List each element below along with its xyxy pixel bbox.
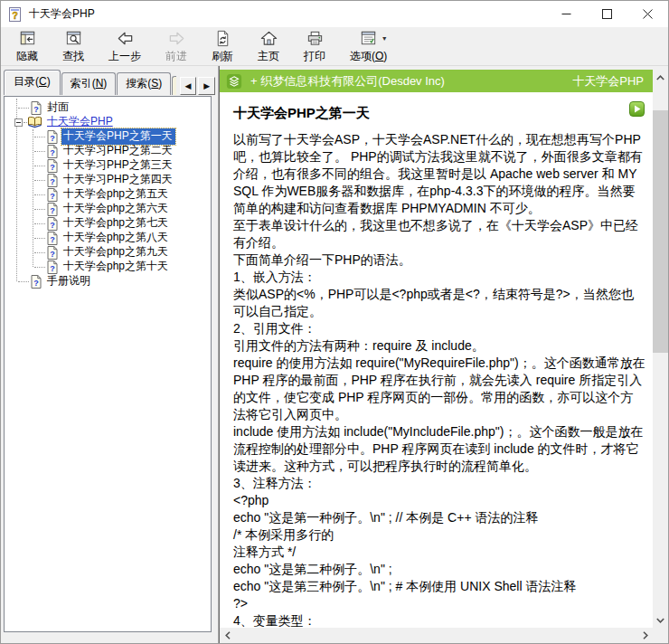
- tree-item-3[interactable]: 十天学习PHP之第二天: [6, 144, 211, 158]
- tree-item-10[interactable]: 十天学会php之第九天: [6, 245, 211, 260]
- help-page-icon: [31, 275, 42, 289]
- print-icon: [305, 29, 325, 48]
- tab-search[interactable]: 搜索(S): [117, 72, 171, 95]
- forward-icon: [166, 29, 186, 48]
- tree-item-book[interactable]: 十天学会PHP: [6, 115, 211, 129]
- help-page-icon: [47, 130, 58, 144]
- content-paragraph: 1、嵌入方法：: [233, 269, 645, 286]
- options-button[interactable]: ▼选项(O): [342, 28, 395, 65]
- chevron-down-icon: [656, 618, 664, 623]
- tab-contents[interactable]: 目录(C): [4, 70, 61, 95]
- toolbar-button-label: 打印: [304, 49, 325, 64]
- print-button[interactable]: 打印: [296, 28, 334, 65]
- tree-item-9[interactable]: 十天学会php之第八天: [6, 231, 211, 245]
- topic-title: 十天学会PHP之第一天: [233, 105, 645, 122]
- content-paragraph: 以前写了十天学会ASP，十天学会ASP.NET什么的，现在想想再写个PHP吧，也…: [233, 131, 645, 217]
- vertical-scrollbar[interactable]: [653, 70, 668, 628]
- play-icon: [634, 105, 641, 113]
- find-icon: [63, 29, 83, 48]
- options-icon: [359, 29, 379, 48]
- back-icon: [115, 29, 135, 48]
- close-icon: [643, 9, 653, 19]
- help-page-icon: [47, 246, 58, 260]
- minimize-icon: [561, 9, 571, 19]
- content-paragraph: 4、变量类型：: [233, 612, 645, 628]
- back-button[interactable]: 上一步: [100, 28, 149, 65]
- help-page-icon: [47, 159, 58, 173]
- content-paragraph: /* 本例采用多行的: [233, 526, 645, 544]
- help-page-icon: [47, 145, 58, 158]
- company-name: + 织梦信息科技有限公司(Desdev Inc): [250, 73, 445, 90]
- minimize-button[interactable]: [546, 1, 587, 27]
- tab-label: 索引(N): [71, 77, 108, 90]
- main-area: 目录(C)索引(N)搜索(S)◀▶ 封面十天学会PHP十天学会PHP之第一天十天…: [1, 66, 668, 643]
- help-viewer-window: 十天学会PHP 隐藏 查找 上一步 前进 刷新 主页 打印 ▼选项(O): [0, 0, 669, 644]
- tree-item-8[interactable]: 十天学会php之第七天: [6, 216, 211, 231]
- toolbar-button-label: 查找: [62, 49, 84, 64]
- chevron-left-icon: [225, 631, 231, 639]
- tree-item-7[interactable]: 十天学会php之第六天: [6, 202, 211, 216]
- tab-label: 搜索(S): [126, 77, 162, 90]
- hide-icon: [17, 29, 37, 48]
- refresh-button[interactable]: 刷新: [203, 28, 241, 65]
- scrollbar-corner: [653, 628, 668, 643]
- tree-item-0[interactable]: 封面: [6, 100, 211, 115]
- home-button[interactable]: 主页: [250, 28, 287, 65]
- window-title: 十天学会PHP: [29, 6, 95, 22]
- toolbar-button-label: 上一步: [108, 49, 141, 64]
- content-paragraph: 注释方式 */: [233, 544, 645, 561]
- desdev-logo-icon: [226, 73, 242, 90]
- tree-item-label: 手册说明: [45, 273, 93, 289]
- content-paragraph: 类似ASP的<%，PHP可以是<?php或者是<?，结束符号是?>，当然您也可以…: [233, 286, 645, 320]
- scroll-down-button[interactable]: [653, 612, 668, 628]
- tree-item-4[interactable]: 十天学习PHP之第三天: [6, 158, 211, 173]
- tab-scroll-left-button[interactable]: ◀: [180, 77, 197, 95]
- scroll-right-button[interactable]: [637, 628, 653, 643]
- tree-item-12[interactable]: 手册说明: [6, 274, 211, 289]
- tree-item-6[interactable]: 十天学会php之第五天: [6, 187, 211, 202]
- topic-content: 十天学会PHP之第一天 以前写了十天学会ASP，十天学会ASP.NET什么的，现…: [220, 92, 653, 628]
- app-help-icon: [7, 6, 24, 23]
- forward-button: 前进: [157, 28, 195, 65]
- toolbar-button-label: 刷新: [212, 49, 233, 64]
- toolbar-button-label: 选项(O): [350, 49, 387, 64]
- tree-item-2[interactable]: 十天学会PHP之第一天: [6, 129, 211, 144]
- help-page-icon: [31, 101, 42, 115]
- scroll-up-button[interactable]: [653, 70, 668, 85]
- tree-item-5[interactable]: 十天学习PHP之第四天: [6, 173, 211, 187]
- chevron-right-icon: [643, 631, 648, 639]
- sidebar-tabs: 目录(C)索引(N)搜索(S)◀▶: [4, 71, 215, 95]
- maximize-button[interactable]: [587, 1, 627, 27]
- scroll-left-button[interactable]: [220, 628, 235, 643]
- horizontal-scrollbar[interactable]: [220, 628, 653, 643]
- vertical-scroll-track[interactable]: [653, 85, 668, 612]
- find-button[interactable]: 查找: [54, 28, 92, 65]
- topic-panel: + 织梦信息科技有限公司(Desdev Inc) 十天学会PHP 十天学会PHP…: [219, 66, 668, 643]
- tab-index[interactable]: 索引(N): [61, 72, 117, 95]
- chevron-right-icon: ▶: [203, 81, 210, 90]
- close-button[interactable]: [627, 1, 668, 27]
- content-paragraph: echo "这是第一种例子。\n" ; // 本例是 C++ 语法的注释: [233, 509, 645, 526]
- play-button[interactable]: [629, 101, 645, 117]
- chevron-up-icon: [656, 75, 664, 80]
- hide-button[interactable]: 隐藏: [8, 28, 46, 65]
- help-page-icon: [47, 260, 58, 274]
- help-page-icon: [47, 174, 58, 187]
- help-page-icon: [47, 188, 58, 202]
- content-paragraph: <?php: [233, 492, 645, 509]
- title-bar: 十天学会PHP: [1, 1, 668, 27]
- content-paragraph: 2、引用文件：: [233, 320, 645, 337]
- toolbar-button-label: 前进: [165, 49, 187, 64]
- tab-label: 目录(C): [14, 75, 51, 88]
- vertical-scroll-thumb[interactable]: [653, 110, 668, 353]
- toolbar-button-label: 主页: [258, 49, 279, 64]
- content-paragraph: echo "这是第二种例子。\n" ;: [233, 561, 645, 578]
- tab-scroll-right-button[interactable]: ▶: [198, 77, 215, 95]
- tab-clipped[interactable]: [172, 76, 175, 95]
- content-paragraph: require 的使用方法如 require("MyRequireFile.ph…: [233, 355, 645, 423]
- tree-item-11[interactable]: 十天学会php之第十天: [6, 260, 211, 274]
- collapse-expander-icon[interactable]: [14, 118, 23, 127]
- content-paragraph: ?>: [233, 595, 645, 612]
- content-paragraph: 引用文件的方法有两种：require 及 include。: [233, 337, 645, 355]
- header-book-title: 十天学会PHP: [565, 73, 644, 90]
